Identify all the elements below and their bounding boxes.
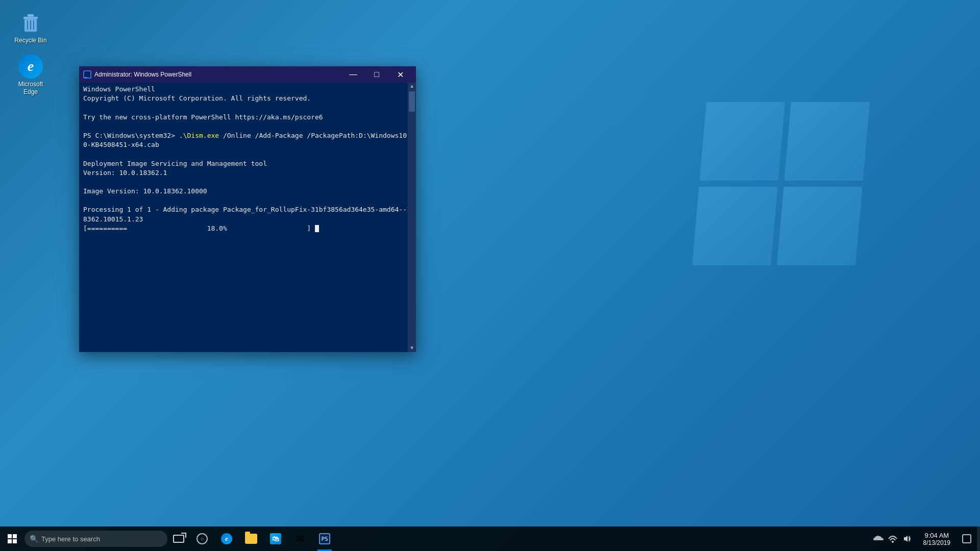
taskbar: 🔍 Type here to search ○ e 🛍 ✉ PS <box>0 527 980 551</box>
system-tray <box>868 527 917 551</box>
window-title: Administrator: Windows PowerShell <box>94 71 341 78</box>
svg-text:_: _ <box>84 72 88 78</box>
cortana-button[interactable]: ○ <box>190 527 214 551</box>
edge-desktop-label: Microsoft Edge <box>10 81 51 95</box>
tray-network-icon[interactable] <box>887 533 899 545</box>
search-icon: 🔍 <box>30 535 38 543</box>
maximize-button[interactable]: □ <box>365 66 388 83</box>
recycle-bin-icon[interactable]: Recycle Bin <box>10 10 51 44</box>
cortana-icon: ○ <box>197 533 208 544</box>
taskbar-app-file-explorer[interactable] <box>239 527 263 551</box>
tray-speaker-icon[interactable] <box>901 533 913 545</box>
scrollbar-thumb[interactable] <box>409 91 415 112</box>
store-icon: 🛍 <box>270 533 281 544</box>
powershell-window[interactable]: _ Administrator: Windows PowerShell — □ … <box>79 66 416 352</box>
powershell-window-icon: _ <box>83 70 91 79</box>
mail-icon: ✉ <box>296 533 305 545</box>
edge-taskbar-icon: e <box>221 533 232 544</box>
notification-center-button[interactable] <box>957 527 977 551</box>
recycle-bin-image <box>18 10 43 35</box>
task-view-button[interactable] <box>167 527 190 551</box>
start-icon <box>8 534 17 543</box>
scroll-up-arrow[interactable]: ▲ <box>408 83 416 90</box>
clock-time: 9:04 AM <box>924 532 949 539</box>
folder-icon <box>245 534 257 544</box>
taskbar-clock[interactable]: 9:04 AM 8/13/2019 <box>917 527 957 551</box>
powershell-icon: PS <box>319 533 330 544</box>
window-titlebar: _ Administrator: Windows PowerShell — □ … <box>79 66 416 83</box>
svg-point-8 <box>892 541 894 543</box>
minimize-button[interactable]: — <box>341 66 365 83</box>
search-placeholder-text: Type here to search <box>41 535 100 543</box>
desktop-icons: Recycle Bin e Microsoft Edge <box>10 10 51 95</box>
windows-logo-watermark <box>699 102 878 281</box>
taskbar-app-edge[interactable]: e <box>214 527 239 551</box>
edge-desktop-icon[interactable]: e Microsoft Edge <box>10 54 51 95</box>
window-controls: — □ ✕ <box>341 66 412 83</box>
task-view-icon <box>173 535 184 543</box>
scroll-down-arrow[interactable]: ▼ <box>408 344 416 352</box>
tray-onedrive-icon[interactable] <box>872 533 885 545</box>
clock-date: 8/13/2019 <box>923 539 950 546</box>
taskbar-app-store[interactable]: 🛍 <box>263 527 288 551</box>
taskbar-search[interactable]: 🔍 Type here to search <box>24 531 167 547</box>
desktop: Recycle Bin e Microsoft Edge _ Administr… <box>0 0 980 551</box>
scrollbar[interactable]: ▲ ▼ <box>408 83 416 352</box>
powershell-output: Windows PowerShell Copyright (C) Microso… <box>83 85 412 233</box>
start-button[interactable] <box>0 527 24 551</box>
notification-icon <box>962 534 971 543</box>
close-button[interactable]: ✕ <box>388 66 412 83</box>
svg-rect-2 <box>28 14 34 17</box>
taskbar-app-powershell[interactable]: PS <box>312 527 337 551</box>
recycle-bin-label: Recycle Bin <box>14 37 46 44</box>
show-desktop-button[interactable] <box>977 527 980 551</box>
svg-rect-1 <box>23 17 38 19</box>
taskbar-app-mail[interactable]: ✉ <box>288 527 312 551</box>
edge-desktop-image: e <box>18 54 43 79</box>
powershell-content[interactable]: Windows PowerShell Copyright (C) Microso… <box>79 83 416 352</box>
scrollbar-track[interactable] <box>408 90 416 344</box>
